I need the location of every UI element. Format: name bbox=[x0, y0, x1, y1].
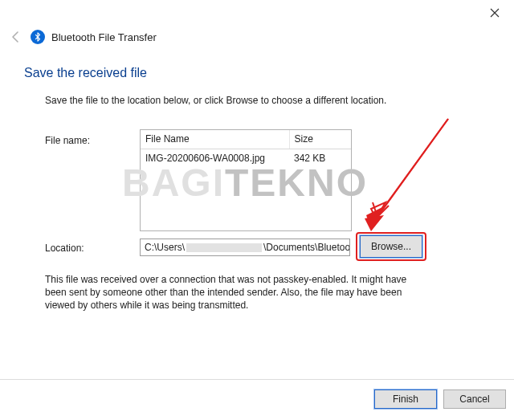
footer-divider bbox=[0, 379, 514, 380]
page-subheading: Save the file to the location below, or … bbox=[45, 95, 386, 106]
location-redacted bbox=[186, 243, 262, 252]
svg-line-0 bbox=[376, 119, 448, 218]
column-header-size[interactable]: Size bbox=[289, 130, 351, 149]
file-name-label: File name: bbox=[45, 135, 90, 146]
finish-button[interactable]: Finish bbox=[374, 389, 437, 409]
file-row-size: 342 KB bbox=[289, 149, 351, 168]
location-field[interactable]: C:\Users\\Documents\Bluetooth bbox=[140, 239, 350, 256]
file-row-name: IMG-20200606-WA0008.jpg bbox=[141, 149, 289, 168]
security-warning-text: This file was received over a connection… bbox=[45, 273, 426, 312]
file-list[interactable]: File Name Size IMG-20200606-WA0008.jpg 3… bbox=[140, 129, 352, 231]
svg-marker-1 bbox=[371, 202, 386, 218]
annotation-arrow-overlay bbox=[353, 112, 458, 253]
page-heading: Save the received file bbox=[24, 66, 147, 80]
location-label: Location: bbox=[45, 243, 84, 254]
location-prefix: C:\Users\ bbox=[145, 242, 185, 253]
bluetooth-icon bbox=[31, 30, 45, 44]
svg-marker-4 bbox=[365, 215, 384, 231]
file-row[interactable]: IMG-20200606-WA0008.jpg 342 KB bbox=[141, 149, 351, 168]
cancel-button[interactable]: Cancel bbox=[443, 389, 506, 409]
browse-button[interactable]: Browse... bbox=[360, 235, 422, 258]
back-button[interactable] bbox=[8, 29, 24, 45]
location-suffix: \Documents\Bluetooth bbox=[263, 242, 350, 253]
window-title: Bluetooth File Transfer bbox=[51, 31, 157, 43]
close-button[interactable] bbox=[482, 5, 508, 22]
column-header-name[interactable]: File Name bbox=[141, 130, 289, 149]
svg-marker-2 bbox=[366, 207, 382, 229]
annotation-arrow bbox=[353, 112, 458, 249]
svg-line-3 bbox=[377, 119, 448, 217]
